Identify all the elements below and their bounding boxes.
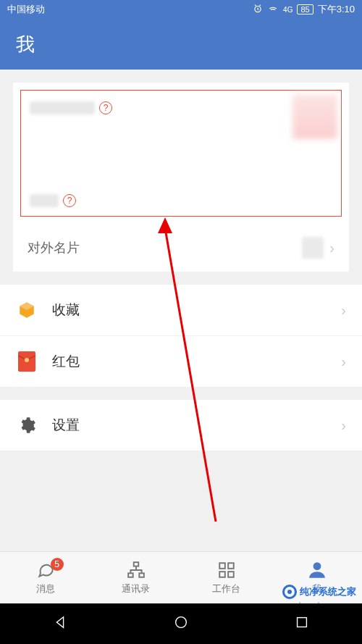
profile-card[interactable]: ? ? xyxy=(13,83,349,224)
menu-group-1: 收藏 › 红包 › xyxy=(0,285,362,387)
menu-group-2: 设置 › xyxy=(0,400,362,451)
android-back-button[interactable] xyxy=(52,614,68,633)
org-chart-icon xyxy=(125,561,147,580)
favorites-row[interactable]: 收藏 › xyxy=(0,285,362,336)
external-card-label: 对外名片 xyxy=(28,239,302,256)
username-redacted xyxy=(30,101,95,114)
svg-rect-5 xyxy=(133,562,138,566)
person-icon xyxy=(306,561,328,580)
chevron-right-icon: › xyxy=(341,302,346,319)
svg-rect-11 xyxy=(228,572,234,577)
help-icon[interactable]: ? xyxy=(63,194,76,207)
help-icon[interactable]: ? xyxy=(99,101,112,114)
watermark-logo-icon xyxy=(282,585,297,599)
svg-rect-9 xyxy=(228,563,234,569)
chevron-right-icon: › xyxy=(341,354,346,370)
alarm-icon xyxy=(253,4,263,16)
nav-contacts[interactable]: 通讯录 xyxy=(90,552,181,603)
battery-level: 85 xyxy=(297,4,313,14)
red-envelope-icon xyxy=(16,351,38,372)
nav-workbench[interactable]: 工作台 xyxy=(181,552,272,603)
watermark-brand: 纯净系统之家 xyxy=(282,585,356,599)
chevron-right-icon: › xyxy=(329,240,334,256)
svg-rect-6 xyxy=(128,573,133,577)
status-right: 4G 85 下午3:10 xyxy=(253,3,355,16)
external-card-thumb xyxy=(302,237,324,259)
nav-messages-label: 消息 xyxy=(36,582,55,595)
red-packet-row[interactable]: 红包 › xyxy=(0,336,362,387)
carrier-label: 中国移动 xyxy=(7,3,253,16)
org-redacted xyxy=(30,194,59,207)
grid-icon xyxy=(216,561,237,580)
svg-rect-8 xyxy=(219,563,225,569)
chat-icon: 5 xyxy=(35,561,56,580)
nav-workbench-label: 工作台 xyxy=(212,582,240,595)
page-header: 我 xyxy=(0,19,362,70)
gear-icon xyxy=(16,414,38,436)
messages-badge: 5 xyxy=(51,558,64,571)
avatar-redacted xyxy=(292,94,337,139)
svg-point-2 xyxy=(25,358,29,362)
nav-messages[interactable]: 5 消息 xyxy=(0,552,90,603)
chevron-right-icon: › xyxy=(341,417,346,434)
external-card-row[interactable]: 对外名片 › xyxy=(13,224,349,272)
svg-rect-10 xyxy=(219,572,225,577)
android-nav-bar xyxy=(0,603,362,644)
svg-point-13 xyxy=(176,617,187,628)
android-home-button[interactable] xyxy=(173,614,189,633)
android-recents-button[interactable] xyxy=(294,614,310,633)
settings-row[interactable]: 设置 › xyxy=(0,400,362,451)
nav-contacts-label: 通讯录 xyxy=(122,582,150,595)
svg-point-12 xyxy=(313,562,321,570)
red-packet-label: 红包 xyxy=(52,352,341,371)
settings-label: 设置 xyxy=(52,416,341,435)
svg-rect-14 xyxy=(297,618,306,627)
svg-rect-7 xyxy=(139,573,144,577)
page-title: 我 xyxy=(16,32,35,57)
signal-type: 4G xyxy=(283,6,292,14)
favorites-label: 收藏 xyxy=(52,301,341,319)
wifi-icon xyxy=(267,4,279,16)
watermark-brand-text: 纯净系统之家 xyxy=(300,585,356,598)
clock: 下午3:10 xyxy=(318,3,355,16)
profile-highlight-box: ? ? xyxy=(20,90,342,217)
box-icon xyxy=(16,299,38,321)
status-bar: 中国移动 4G 85 下午3:10 xyxy=(0,0,362,19)
